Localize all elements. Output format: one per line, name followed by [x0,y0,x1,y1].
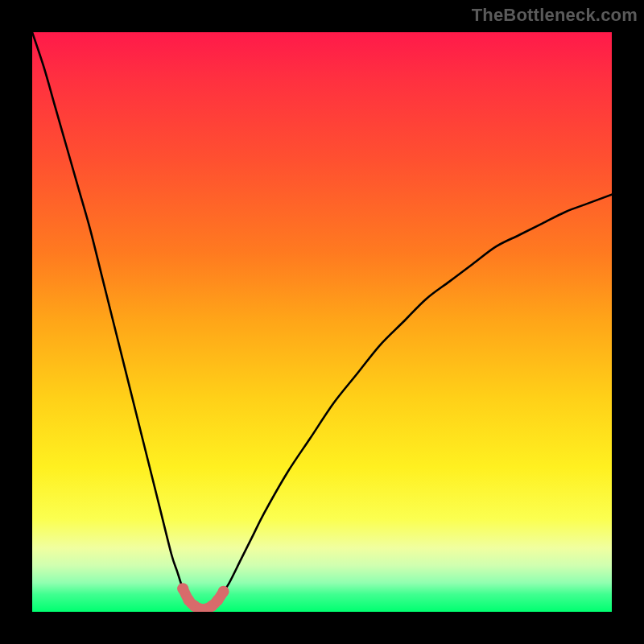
plot-area [32,32,612,612]
curve-svg [32,32,612,612]
chart-frame: TheBottleneck.com [0,0,644,644]
marker-dot [218,586,229,597]
bottleneck-curve [32,32,612,609]
highlight-markers [177,583,229,612]
marker-dot [177,583,188,594]
watermark-text: TheBottleneck.com [472,5,638,26]
